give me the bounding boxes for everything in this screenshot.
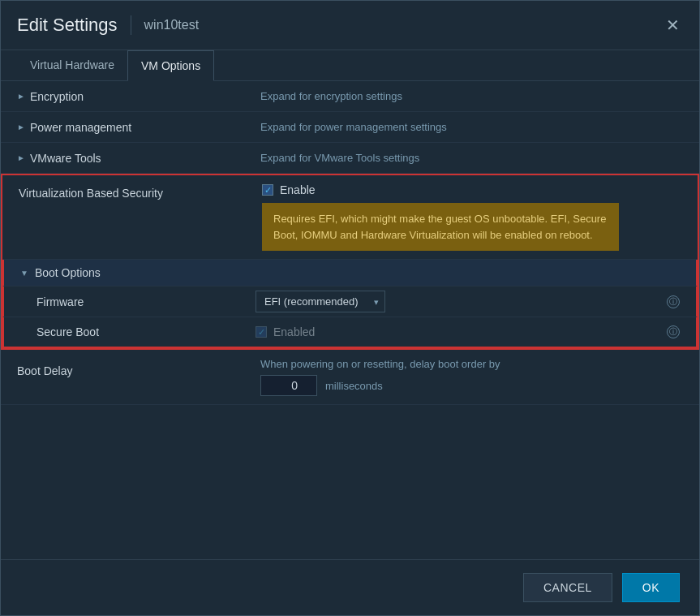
power-management-label: ► Power management <box>17 121 260 134</box>
tab-bar: Virtual Hardware VM Options <box>1 50 699 81</box>
tab-virtual-hardware[interactable]: Virtual Hardware <box>17 50 127 81</box>
vbs-enable-row: ✓ Enable <box>262 183 619 196</box>
boot-delay-input-row: milliseconds <box>260 375 500 396</box>
vbs-row: Virtualization Based Security ✓ Enable R… <box>2 175 698 260</box>
power-management-chevron: ► <box>17 123 25 131</box>
secure-boot-row: Secure Boot ✓ Enabled ⓘ <box>2 317 698 348</box>
firmware-label: Firmware <box>37 295 256 308</box>
vmware-tools-label: ► VMware Tools <box>17 152 260 165</box>
encryption-description: Expand for encryption settings <box>260 90 402 102</box>
firmware-row: Firmware EFI (recommended) ⓘ <box>2 286 698 317</box>
boot-options-header[interactable]: ▼ Boot Options <box>2 260 698 286</box>
secure-boot-checkbox-row: ✓ Enabled <box>256 325 315 338</box>
tab-vm-options[interactable]: VM Options <box>127 50 214 81</box>
header-separator <box>131 15 131 35</box>
cancel-button[interactable]: CANCEL <box>523 573 612 602</box>
power-management-row[interactable]: ► Power management Expand for power mana… <box>1 112 699 143</box>
vbs-controls: ✓ Enable Requires EFI, which might make … <box>262 183 619 251</box>
secure-boot-info-icon[interactable]: ⓘ <box>667 325 680 338</box>
firmware-control: EFI (recommended) ⓘ <box>256 291 680 312</box>
secure-boot-checkbox: ✓ <box>256 326 267 338</box>
vbs-label: Virtualization Based Security <box>19 183 262 200</box>
boot-delay-row: Boot Delay When powering on or resetting… <box>1 350 699 404</box>
vmware-tools-description: Expand for VMware Tools settings <box>260 152 419 164</box>
boot-options-label: ▼ Boot Options <box>20 266 101 279</box>
content-area: ► Encryption Expand for encryption setti… <box>1 81 699 559</box>
secure-boot-control: ✓ Enabled ⓘ <box>256 325 680 338</box>
vbs-section: Virtualization Based Security ✓ Enable R… <box>1 174 699 350</box>
boot-delay-controls: When powering on or resetting, delay boo… <box>260 358 500 396</box>
vmware-tools-row[interactable]: ► VMware Tools Expand for VMware Tools s… <box>1 143 699 174</box>
secure-boot-value: Enabled <box>273 325 315 338</box>
encryption-row[interactable]: ► Encryption Expand for encryption setti… <box>1 81 699 112</box>
boot-delay-label: Boot Delay <box>17 358 260 377</box>
content-wrapper: ► Encryption Expand for encryption setti… <box>1 81 699 405</box>
boot-delay-description: When powering on or resetting, delay boo… <box>260 358 500 370</box>
vm-name: win10test <box>144 18 200 32</box>
boot-delay-section: Boot Delay When powering on or resetting… <box>1 350 699 405</box>
firmware-select-wrapper: EFI (recommended) <box>256 291 385 312</box>
dialog-title: Edit Settings <box>17 15 118 36</box>
vbs-enable-checkbox[interactable]: ✓ <box>262 184 273 196</box>
encryption-chevron: ► <box>17 92 25 101</box>
firmware-select[interactable]: EFI (recommended) <box>256 291 385 312</box>
dialog-footer: CANCEL OK <box>1 559 699 615</box>
ok-button[interactable]: OK <box>622 573 680 602</box>
edit-settings-dialog: Edit Settings win10test ✕ Virtual Hardwa… <box>0 0 700 616</box>
check-mark: ✓ <box>264 185 272 196</box>
secure-boot-check-mark: ✓ <box>258 327 265 338</box>
vbs-warning: Requires EFI, which might make the guest… <box>262 203 619 251</box>
encryption-label: ► Encryption <box>17 90 260 103</box>
vbs-enable-label: Enable <box>280 183 316 196</box>
firmware-info-icon[interactable]: ⓘ <box>667 295 680 308</box>
secure-boot-label: Secure Boot <box>37 325 256 338</box>
milliseconds-label: milliseconds <box>325 380 383 392</box>
boot-delay-input[interactable] <box>260 375 317 396</box>
power-management-description: Expand for power management settings <box>260 121 447 133</box>
close-button[interactable]: ✕ <box>663 14 683 37</box>
boot-options-chevron: ▼ <box>20 269 28 278</box>
vmware-tools-chevron: ► <box>17 153 25 162</box>
dialog-header: Edit Settings win10test ✕ <box>1 1 699 50</box>
